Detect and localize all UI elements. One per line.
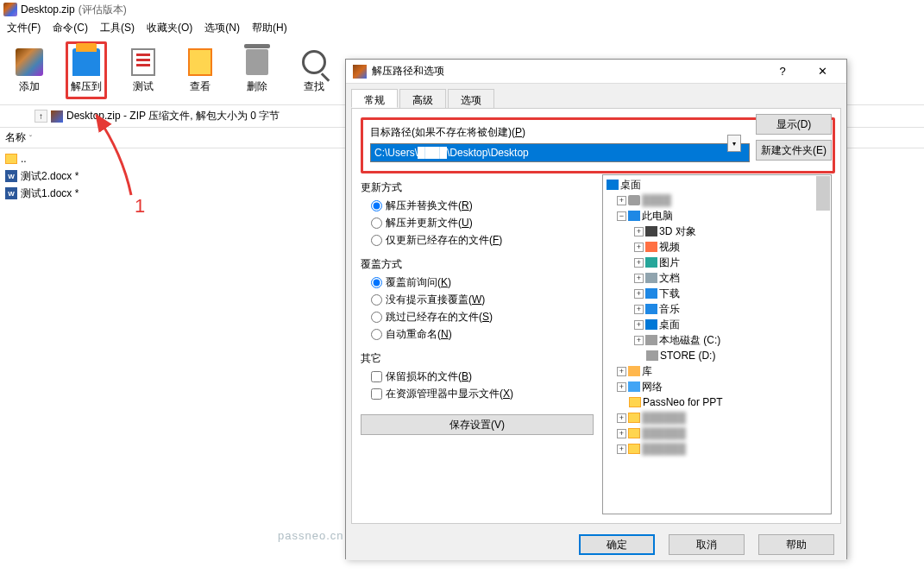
menu-file[interactable]: 文件(F) — [7, 21, 41, 35]
cancel-button[interactable]: 取消 — [669, 534, 745, 555]
picture-icon — [645, 257, 657, 268]
dialog-tabs: 常规 高级 选项 — [346, 84, 846, 108]
tree-item-thispc[interactable]: −此电脑 — [605, 208, 829, 224]
main-titlebar: Desktop.zip (评估版本) — [0, 0, 924, 19]
toolbar-find-label: 查找 — [304, 79, 324, 94]
tab-advanced[interactable]: 高级 — [399, 89, 446, 108]
zip-icon — [51, 110, 63, 123]
check-show-explorer[interactable]: 在资源管理器中显示文件(X) — [371, 387, 594, 401]
desktop-icon — [607, 180, 619, 190]
ok-button[interactable]: 确定 — [579, 534, 655, 555]
radio-overwrite[interactable]: 没有提示直接覆盖(W) — [371, 293, 594, 307]
toolbar-extract-label: 解压到 — [71, 79, 102, 94]
cube-icon — [645, 226, 657, 236]
drive-icon — [645, 335, 657, 345]
word-icon: W — [5, 170, 17, 182]
radio-rename[interactable]: 自动重命名(N) — [371, 327, 594, 342]
dialog-footer: 确定 取消 帮助 — [346, 529, 846, 560]
word-icon: W — [5, 187, 17, 199]
tree-item-cdrive[interactable]: +本地磁盘 (C:) — [605, 332, 829, 348]
expand-icon[interactable]: + — [634, 243, 644, 252]
expand-icon[interactable]: + — [617, 429, 626, 438]
dialog-icon — [353, 65, 367, 79]
menu-tools[interactable]: 工具(S) — [100, 21, 135, 35]
radio-skip[interactable]: 跳过已经存在的文件(S) — [371, 310, 594, 325]
menu-options[interactable]: 选项(N) — [204, 21, 240, 35]
save-settings-button[interactable]: 保存设置(V) — [361, 414, 594, 435]
toolbar-extract[interactable]: 解压到 — [66, 41, 107, 99]
help-button[interactable]: 帮助 — [758, 534, 834, 555]
expand-icon[interactable]: + — [617, 367, 626, 376]
folder-icon — [629, 397, 641, 407]
tree-item-blur[interactable]: +██████ — [605, 426, 829, 441]
new-folder-button[interactable]: 新建文件夹(E) — [756, 140, 832, 161]
toolbar-delete[interactable]: 删除 — [236, 41, 278, 99]
tree-item-libraries[interactable]: +库 — [605, 363, 829, 379]
library-icon — [628, 366, 640, 376]
folder-tree[interactable]: 桌面 +████ −此电脑 +3D 对象 +视频 +图片 +文档 +下载 +音乐… — [602, 174, 832, 514]
tree-item-video[interactable]: +视频 — [605, 239, 829, 255]
tree-item-blur[interactable]: +██████ — [605, 410, 829, 426]
toolbar-view-label: 查看 — [190, 79, 211, 94]
column-name[interactable]: 名称 ˇ — [5, 130, 32, 145]
toolbar-find[interactable]: 查找 — [293, 41, 335, 99]
tree-item-pictures[interactable]: +图片 — [605, 255, 829, 270]
expand-icon[interactable]: + — [634, 227, 644, 236]
menu-favorites[interactable]: 收藏夹(O) — [147, 21, 192, 35]
expand-icon[interactable]: + — [617, 196, 626, 205]
collapse-icon[interactable]: − — [617, 211, 626, 221]
tree-item-network[interactable]: +网络 — [605, 379, 829, 394]
expand-icon[interactable]: + — [617, 444, 626, 454]
folder-icon — [628, 413, 640, 423]
nav-up-button[interactable]: ↑ — [35, 110, 47, 123]
tree-item-ddrive[interactable]: STORE (D:) — [605, 348, 829, 363]
tab-general[interactable]: 常规 — [351, 89, 398, 108]
video-icon — [645, 242, 657, 252]
expand-icon[interactable]: + — [617, 413, 626, 423]
menubar: 文件(F) 命令(C) 工具(S) 收藏夹(O) 选项(N) 帮助(H) — [0, 19, 924, 36]
dialog-help-button[interactable]: ? — [765, 60, 800, 83]
pathbar-text: Desktop.zip - ZIP 压缩文件, 解包大小为 0 字节 — [66, 109, 280, 123]
misc-group: 其它 保留损坏的文件(B) 在资源管理器中显示文件(X) — [361, 351, 594, 404]
toolbar-test-label: 测试 — [133, 79, 154, 94]
toolbar-view[interactable]: 查看 — [179, 41, 221, 99]
menu-help[interactable]: 帮助(H) — [252, 21, 287, 35]
radio-freshen[interactable]: 仅更新已经存在的文件(F) — [371, 233, 594, 248]
scrollbar-thumb[interactable] — [816, 176, 830, 211]
toolbar-add[interactable]: 添加 — [9, 41, 50, 99]
tree-item-passneo[interactable]: PassNeo for PPT — [605, 394, 829, 410]
target-path-input[interactable] — [370, 143, 750, 162]
menu-command[interactable]: 命令(C) — [53, 21, 88, 35]
dialog-body: 目标路径(如果不存在将被创建)(P) ▾ 更新方式 解压并替换文件(R) 解压并… — [351, 108, 841, 524]
expand-icon[interactable]: + — [634, 320, 644, 330]
expand-icon[interactable]: + — [634, 336, 644, 345]
radio-replace[interactable]: 解压并替换文件(R) — [371, 199, 594, 213]
tree-item-3d[interactable]: +3D 对象 — [605, 224, 829, 239]
radio-update[interactable]: 解压并更新文件(U) — [371, 216, 594, 230]
expand-icon[interactable]: + — [617, 382, 626, 392]
tree-item-music[interactable]: +音乐 — [605, 301, 829, 317]
check-keep-broken[interactable]: 保留损坏的文件(B) — [371, 369, 594, 384]
extract-icon — [72, 48, 100, 76]
tab-options[interactable]: 选项 — [448, 89, 494, 108]
display-button[interactable]: 显示(D) — [756, 114, 832, 135]
toolbar-test[interactable]: 测试 — [123, 41, 164, 99]
tree-item-desktop[interactable]: 桌面 — [605, 177, 829, 192]
tree-item-tree-desktop[interactable]: +桌面 — [605, 317, 829, 332]
dialog-close-button[interactable]: ✕ — [805, 60, 839, 83]
expand-icon[interactable]: + — [634, 274, 644, 283]
tree-item-user[interactable]: +████ — [605, 192, 829, 208]
expand-icon[interactable]: + — [634, 305, 644, 314]
tree-item-downloads[interactable]: +下载 — [605, 286, 829, 301]
tree-item-blur[interactable]: +██████ — [605, 441, 829, 457]
expand-icon[interactable]: + — [634, 258, 644, 268]
music-icon — [645, 304, 657, 314]
pc-icon — [628, 211, 640, 221]
tree-item-documents[interactable]: +文档 — [605, 270, 829, 286]
radio-ask[interactable]: 覆盖前询问(K) — [371, 275, 594, 290]
expand-icon[interactable]: + — [634, 289, 644, 299]
find-icon — [302, 50, 326, 74]
download-icon — [645, 288, 657, 299]
drive-icon — [646, 350, 658, 361]
path-dropdown-button[interactable]: ▾ — [727, 135, 741, 152]
